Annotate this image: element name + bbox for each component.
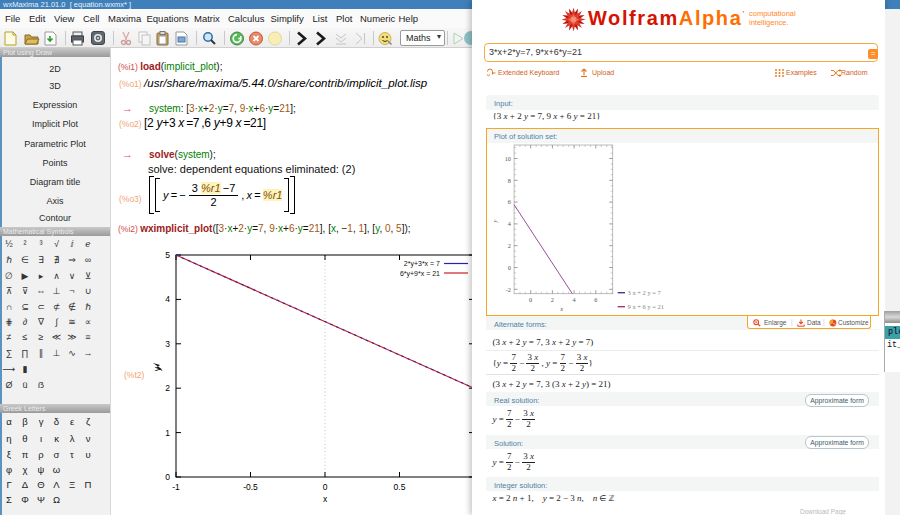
svg-text:-0.5: -0.5 <box>243 482 258 492</box>
svg-text:3: 3 <box>165 339 170 349</box>
svg-text:9 x + 6 y = 21: 9 x + 6 y = 21 <box>628 303 665 310</box>
svg-text:2: 2 <box>165 383 170 393</box>
svg-text:2: 2 <box>551 296 554 303</box>
svg-text:8: 8 <box>508 177 511 184</box>
svg-text:6: 6 <box>594 296 597 303</box>
svg-text:-1: -1 <box>172 482 180 492</box>
svg-text:1: 1 <box>165 428 170 438</box>
svg-text:3 x + 2 y = 7: 3 x + 2 y = 7 <box>628 289 662 296</box>
svg-text:2: 2 <box>508 242 511 249</box>
svg-text:0.5: 0.5 <box>394 482 406 492</box>
svg-text:10: 10 <box>505 155 511 162</box>
svg-text:6*y+9*x = 21: 6*y+9*x = 21 <box>400 270 440 278</box>
svg-text:x: x <box>323 494 328 504</box>
svg-text:0: 0 <box>529 296 532 303</box>
svg-text:4: 4 <box>508 220 512 227</box>
svg-text:0: 0 <box>165 472 170 482</box>
svg-text:0: 0 <box>323 482 328 492</box>
svg-text:4: 4 <box>165 294 170 304</box>
svg-text:4: 4 <box>573 296 577 303</box>
svg-text:6: 6 <box>508 198 511 205</box>
svg-text:x: x <box>559 305 563 312</box>
svg-text:-2: -2 <box>506 286 511 293</box>
svg-text:2*y+3*x = 7: 2*y+3*x = 7 <box>404 260 440 268</box>
svg-text:y: y <box>491 219 498 223</box>
svg-text:5: 5 <box>165 250 170 260</box>
svg-text:0: 0 <box>508 264 511 271</box>
